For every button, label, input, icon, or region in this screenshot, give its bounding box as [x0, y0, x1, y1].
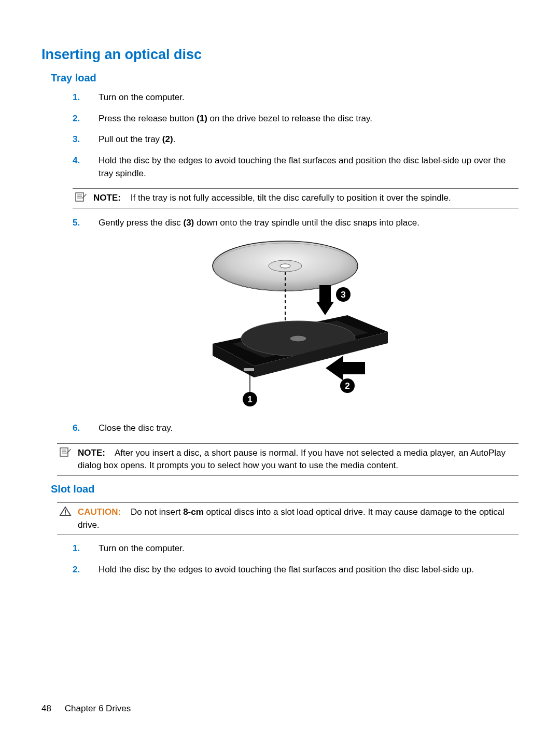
- tray-load-steps: 1. Turn on the computer. 2. Press the re…: [73, 91, 519, 435]
- tray-load-content: 1. Turn on the computer. 2. Press the re…: [73, 91, 519, 476]
- svg-rect-22: [342, 362, 365, 374]
- note-label: NOTE:: [93, 193, 121, 203]
- drive-tray-illustration: [213, 315, 388, 393]
- slot-load-content: CAUTION: Do not insert 8-cm optical disc…: [73, 502, 519, 577]
- step-text-bold: (2): [162, 134, 173, 144]
- svg-point-8: [280, 264, 290, 268]
- step-text-pre: Pull out the tray: [99, 134, 162, 144]
- svg-marker-19: [316, 302, 334, 315]
- note-text: If the tray is not fully accessible, til…: [131, 193, 451, 203]
- step-text: Press the release button (1) on the driv…: [99, 114, 372, 123]
- note-icon: [59, 447, 72, 457]
- step-number: 2.: [73, 564, 80, 577]
- document-page: Inserting an optical disc Tray load 1. T…: [0, 0, 560, 745]
- callout-1: 1: [243, 392, 257, 406]
- caution-box: CAUTION: Do not insert 8-cm optical disc…: [57, 502, 519, 535]
- step-text: Hold the disc by the edges to avoid touc…: [99, 156, 506, 178]
- svg-rect-28: [60, 448, 68, 456]
- step-text-pre: Gently press the disc: [99, 218, 183, 228]
- step-text-post: down onto the tray spindle until the dis…: [194, 218, 419, 228]
- svg-point-13: [290, 335, 306, 342]
- step-number: 1.: [73, 91, 80, 104]
- caution-text-pre: Do not insert: [131, 507, 183, 517]
- caution-text-bold: 8-cm: [183, 507, 204, 517]
- svg-rect-0: [76, 193, 83, 201]
- step-text-bold: (3): [183, 218, 194, 228]
- step-text: Turn on the computer.: [99, 92, 185, 102]
- step-2: 2. Hold the disc by the edges to avoid t…: [73, 564, 519, 577]
- page-footer: 48 Chapter 6 Drives: [41, 704, 131, 714]
- step-4: 4. Hold the disc by the edges to avoid t…: [73, 154, 519, 180]
- figure-step: 3 2: [73, 237, 519, 413]
- optical-drive-figure: 3 2: [192, 237, 399, 413]
- svg-text:1: 1: [247, 395, 252, 404]
- step-text: Pull out the tray (2).: [99, 134, 175, 144]
- step-number: 3.: [73, 133, 80, 146]
- callout-2: 2: [340, 378, 355, 393]
- step-number: 2.: [73, 113, 80, 125]
- note-box: NOTE: If the tray is not fully accessibl…: [73, 188, 519, 208]
- note-icon: [75, 192, 87, 202]
- note-box-2: NOTE: After you insert a disc, a short p…: [57, 443, 519, 476]
- step-1: 1. Turn on the computer.: [73, 91, 519, 104]
- step-text: Turn on the computer.: [99, 543, 185, 553]
- chapter-label: Chapter 6 Drives: [65, 704, 131, 713]
- figure-wrap: 3 2: [73, 237, 519, 413]
- slot-load-steps: 1. Turn on the computer. 2. Hold the dis…: [73, 542, 519, 576]
- note-label: NOTE:: [78, 448, 105, 458]
- step-note-1: NOTE: If the tray is not fully accessibl…: [73, 188, 519, 208]
- section-heading-slot-load: Slot load: [51, 483, 519, 495]
- svg-marker-23: [326, 356, 343, 381]
- note-text: After you insert a disc, a short pause i…: [78, 448, 506, 471]
- step-number: 4.: [73, 154, 80, 167]
- step-3: 3. Pull out the tray (2).: [73, 133, 519, 146]
- step-text: Close the disc tray.: [99, 423, 173, 433]
- step-text: Hold the disc by the edges to avoid touc…: [99, 565, 474, 574]
- step-number: 6.: [73, 422, 80, 435]
- step-text: Gently press the disc (3) down onto the …: [99, 218, 419, 228]
- svg-point-34: [65, 513, 66, 514]
- step-text-post: .: [173, 134, 176, 144]
- section-heading-tray-load: Tray load: [51, 72, 519, 84]
- arrow-down-icon: [316, 285, 334, 315]
- step-5: 5. Gently press the disc (3) down onto t…: [73, 217, 519, 230]
- step-2: 2. Press the release button (1) on the d…: [73, 113, 519, 125]
- step-6: 6. Close the disc tray.: [73, 422, 519, 435]
- svg-rect-16: [244, 368, 254, 371]
- page-number: 48: [41, 704, 62, 714]
- arrow-left-icon: [326, 356, 365, 381]
- step-text-post: on the drive bezel to release the disc t…: [207, 114, 372, 123]
- step-text-pre: Press the release button: [99, 114, 197, 123]
- step-number: 1.: [73, 542, 80, 555]
- step-number: 5.: [73, 217, 80, 230]
- callout-3: 3: [336, 287, 351, 302]
- caution-label: CAUTION:: [78, 507, 121, 517]
- svg-text:3: 3: [341, 290, 345, 300]
- page-title: Inserting an optical disc: [41, 47, 519, 63]
- svg-rect-18: [319, 285, 331, 303]
- caution-icon: [59, 506, 72, 516]
- step-text-bold: (1): [197, 114, 207, 123]
- step-1: 1. Turn on the computer.: [73, 542, 519, 555]
- svg-text:2: 2: [345, 381, 349, 391]
